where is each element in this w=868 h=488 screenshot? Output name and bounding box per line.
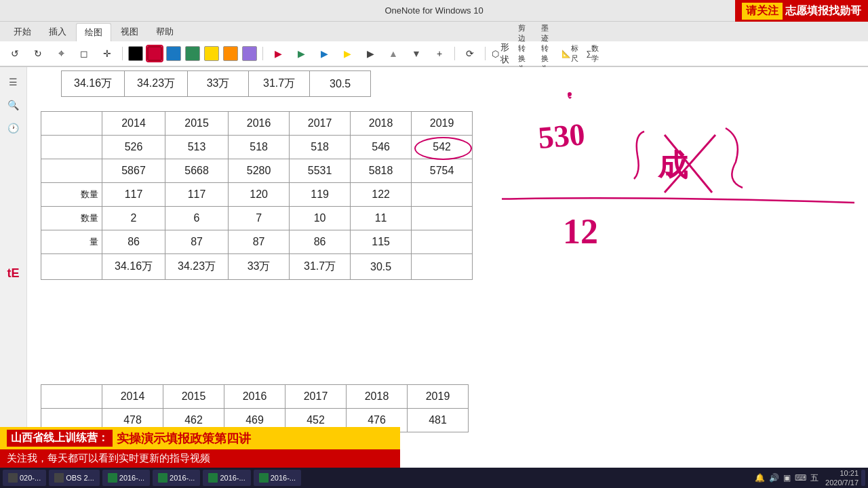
taskbar-excel3-button[interactable]: 2016-...: [203, 470, 250, 486]
undo-button[interactable]: ↺: [5, 44, 24, 63]
taskbar-excel3-icon: [208, 473, 218, 483]
taskbar-date: 2020/7/17: [825, 478, 859, 487]
taskbar-start-button[interactable]: 020-...: [3, 470, 46, 486]
math-label: 数学: [591, 43, 599, 64]
cell: 546: [351, 136, 412, 159]
row-label-quantity: 数量: [41, 183, 102, 207]
taskbar-excel2-button[interactable]: 2016-...: [153, 470, 200, 486]
sys-icon-network: 🔔: [755, 473, 765, 483]
sidebar-menu-icon[interactable]: ☰: [5, 74, 22, 90]
tab-help[interactable]: 帮助: [148, 23, 182, 41]
separator3: [454, 47, 455, 60]
table-row: 量 86 87 87 86 115: [41, 230, 473, 254]
move-button[interactable]: ✛: [98, 44, 117, 63]
ruler-label: 标尺: [571, 43, 578, 64]
cell: 11: [351, 207, 412, 230]
header-2016: 2016: [229, 112, 290, 136]
cell: 34.23万: [165, 254, 229, 280]
tab-insert[interactable]: 插入: [41, 23, 75, 41]
main-area: ☰ 🔍 🕐 tE 34.16万 34.23万 33万 31.7万 30.5: [0, 67, 868, 488]
color-yellow[interactable]: [204, 46, 219, 61]
cell: 7: [229, 207, 290, 230]
cell: 526: [102, 136, 165, 159]
cell: 34.16万: [102, 254, 165, 280]
header-2018: 2018: [351, 112, 412, 136]
pen-tool-2[interactable]: ▶: [292, 44, 311, 63]
pen-tool-3[interactable]: ▶: [315, 44, 334, 63]
separator1: [122, 47, 123, 60]
cell: 518: [229, 136, 290, 159]
shapes-button[interactable]: ⬡ 形状: [491, 44, 510, 63]
bottom-ticker: 山西省线上训练营： 实操演示填报政策第四讲 关注我，每天都可以看到实时更新的指导…: [0, 427, 400, 468]
svg-text:12: 12: [563, 212, 598, 251]
shapes-icon: ⬡: [492, 49, 499, 59]
cell: [412, 207, 473, 230]
taskbar-start-label: 020-...: [20, 474, 41, 482]
color-orange[interactable]: [223, 46, 238, 61]
cell: 120: [229, 183, 290, 207]
convert-shapes-button[interactable]: 裁剪边转换为形状: [514, 44, 533, 63]
ink-to-text-button[interactable]: 将墨迹转换为文本: [537, 44, 556, 63]
header-2015: 2015: [165, 112, 229, 136]
note-area[interactable]: 34.16万 34.23万 33万 31.7万 30.5 2014 2015 2…: [27, 67, 868, 488]
math-icon: ∑: [587, 49, 592, 58]
eraser-button[interactable]: ◻: [75, 44, 94, 63]
cell: 10: [290, 207, 351, 230]
bottom-data-table: 2014 2015 2016 2017 2018 2019 478 462 46…: [41, 384, 469, 432]
pen-tool-4[interactable]: ▶: [338, 44, 357, 63]
color-purple[interactable]: [242, 46, 257, 61]
cell: 30.5: [351, 254, 412, 280]
cell: 2: [102, 207, 165, 230]
lasso-button[interactable]: ⌖: [52, 44, 71, 63]
add-pen-button[interactable]: +: [430, 44, 449, 63]
row-label-quantity2: 数量: [41, 207, 102, 230]
app-title: OneNote for Windows 10: [384, 5, 483, 16]
taskbar-excel3-label: 2016-...: [220, 474, 245, 482]
handwritten-annotations: 530 成 12: [502, 67, 868, 488]
cell: 5754: [412, 159, 473, 183]
sidebar: ☰ 🔍 🕐 tE: [0, 67, 27, 488]
ruler-button[interactable]: 📐 标尺: [560, 44, 579, 63]
taskbar-show-desktop[interactable]: [861, 470, 865, 486]
color-black[interactable]: [128, 46, 143, 61]
taskbar-excel4-button[interactable]: 2016-...: [254, 470, 301, 486]
row-label: [41, 159, 102, 183]
cell-542: 542: [412, 136, 473, 159]
cell: 117: [102, 183, 165, 207]
ribbon: 开始 插入 绘图 视图 帮助 ↺ ↻ ⌖ ◻ ✛ ▶ ▶ ▶ ▶ ▶ ▲ ▼ +…: [0, 22, 868, 67]
color-blue[interactable]: [166, 46, 181, 61]
sidebar-history-icon[interactable]: 🕐: [5, 120, 22, 136]
pen-tool-1[interactable]: ▶: [269, 44, 288, 63]
color-green[interactable]: [185, 46, 200, 61]
tab-start[interactable]: 开始: [5, 23, 39, 41]
cell: 5280: [229, 159, 290, 183]
cell: 87: [165, 230, 229, 254]
taskbar-excel4-label: 2016-...: [271, 474, 296, 482]
ticker-line2: 关注我，每天都可以看到实时更新的指导视频: [0, 449, 400, 468]
tab-view[interactable]: 视图: [113, 23, 146, 41]
taskbar-obs-button[interactable]: OBS 2...: [49, 470, 100, 486]
taskbar-excel4-icon: [259, 473, 269, 483]
header-2015: 2015: [163, 385, 224, 409]
brand-text: 志愿填报找勋哥: [785, 4, 861, 18]
cell: [412, 230, 473, 254]
taskbar-excel1-button[interactable]: 2016-...: [102, 470, 150, 486]
tab-draw[interactable]: 绘图: [76, 23, 111, 41]
ribbon-tabs: 开始 插入 绘图 视图 帮助: [0, 22, 868, 41]
pen-tool-7[interactable]: ▼: [407, 44, 426, 63]
rotate-button[interactable]: ⟳: [460, 44, 479, 63]
pen-tool-5[interactable]: ▶: [361, 44, 380, 63]
sidebar-search-icon[interactable]: 🔍: [5, 97, 22, 113]
pen-tool-6[interactable]: ▲: [384, 44, 403, 63]
cell: 86: [102, 230, 165, 254]
separator4: [485, 47, 486, 60]
header-2019: 2019: [412, 112, 473, 136]
cell: 33万: [229, 254, 290, 280]
row-label: [41, 254, 102, 280]
taskbar-excel1-label: 2016-...: [119, 474, 144, 482]
math-button[interactable]: ∑ 数学: [583, 44, 602, 63]
color-red[interactable]: [147, 46, 162, 61]
redo-button[interactable]: ↻: [28, 44, 47, 63]
table-row: 5867 5668 5280 5531 5818 5754: [41, 159, 473, 183]
row-label-quantity3: 量: [41, 230, 102, 254]
